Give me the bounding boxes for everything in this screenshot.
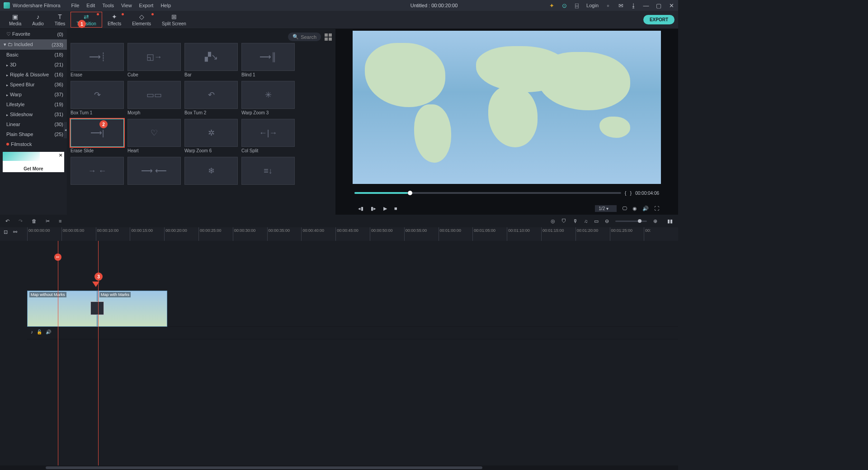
transition-item-14[interactable]: ⟶ ⟵ <box>127 157 181 185</box>
video-track[interactable]: ▣🔓👁 Map without Marks Map with Marks <box>27 291 678 327</box>
transition-warpzoom6[interactable]: ✲Warp Zoom 6 <box>184 119 238 153</box>
close-banner-icon[interactable]: ✕ <box>59 153 62 158</box>
sidebar-filmstock[interactable]: Filmstock <box>0 139 67 149</box>
play-back-icon[interactable]: ▮▸ <box>371 206 376 212</box>
transition-blind1[interactable]: ⟶║Blind 1 <box>241 43 295 77</box>
transition-heart[interactable]: ♡Heart <box>127 119 181 153</box>
monitor-icon[interactable]: 🖵 <box>622 206 627 211</box>
lock-audio-icon[interactable]: 🔓 <box>37 329 42 334</box>
download-icon[interactable]: ⭳ <box>630 2 637 9</box>
menu-edit[interactable]: Edit <box>86 3 95 8</box>
delete-icon[interactable]: 🗑 <box>32 218 37 224</box>
ripple-icon[interactable]: ⊡ <box>4 229 8 235</box>
bracket-close-icon[interactable]: } <box>630 190 632 196</box>
sidebar-speed-blur[interactable]: ▸Speed Blur(36) <box>0 80 67 89</box>
bracket-open-icon[interactable]: { <box>625 190 627 196</box>
transition-bar[interactable]: ▞↘Bar <box>184 43 238 77</box>
playhead[interactable]: ✂ <box>58 241 58 465</box>
maximize-icon[interactable]: ▢ <box>656 2 662 9</box>
frame-icon[interactable]: ▭ <box>594 218 599 224</box>
minimize-icon[interactable]: — <box>643 2 649 9</box>
sidebar-included[interactable]: ▾ 🗀 Included(233) <box>0 39 67 50</box>
sidebar-basic[interactable]: Basic(18) <box>0 50 67 60</box>
sidebar-plain-shape[interactable]: Plain Shape(25) <box>0 129 67 139</box>
sidebar-lifestyle[interactable]: Lifestyle(19) <box>0 99 67 109</box>
tab-audio[interactable]: ♪Audio <box>27 12 49 27</box>
transition-erase[interactable]: ⟶┊Erase <box>71 43 124 77</box>
clip-1[interactable]: Map without Marks <box>27 291 97 327</box>
gift-icon[interactable]: ⌸ <box>574 2 580 9</box>
transition-morph[interactable]: ▭▭Morph <box>127 81 181 115</box>
collapse-sidebar-icon[interactable]: ◂ <box>64 122 67 138</box>
timeline-ruler[interactable]: ⊡ ⚯ 00:00:00:0000:00:05:0000:00:10:0000:… <box>0 227 678 241</box>
transition-item-15[interactable]: ❄ <box>184 157 238 185</box>
bulb-icon[interactable]: ✦ <box>548 2 555 9</box>
get-more-banner[interactable]: Get More✕ <box>3 152 64 172</box>
shield-icon[interactable]: ⛉ <box>561 218 566 224</box>
zoom-in-icon[interactable]: ⊕ <box>653 218 657 224</box>
volume-icon[interactable]: 🔊 <box>642 206 649 212</box>
sidebar-ripple[interactable]: ▸Ripple & Dissolve(16) <box>0 70 67 80</box>
sidebar-3d[interactable]: ▸3D(21) <box>0 60 67 70</box>
fullscreen-icon[interactable]: ⛶ <box>654 206 659 211</box>
cut-icon[interactable]: ✂ <box>46 218 50 224</box>
zoom-select[interactable]: 1/2 ▾ <box>595 205 617 212</box>
transition-item-16[interactable]: ≡↓ <box>241 157 295 185</box>
tab-effects[interactable]: ✦Effects <box>102 12 127 27</box>
tab-transition[interactable]: ⇄Transition <box>71 12 102 28</box>
play-controls-row: ◂▮ ▮▸ ▶ ■ 1/2 ▾ 🖵 ◉ 🔊 ⛶ <box>353 202 661 215</box>
marker-icon[interactable]: ◎ <box>551 218 555 224</box>
tab-elements[interactable]: ◇Elements <box>127 12 156 27</box>
menu-export[interactable]: Export <box>139 3 154 8</box>
mail-icon[interactable]: ✉ <box>618 2 624 9</box>
snapshot-icon[interactable]: ◉ <box>632 206 637 212</box>
clip-2[interactable]: Map with Marks <box>97 291 167 327</box>
audio-track[interactable]: ♪🔓🔊 <box>27 327 678 339</box>
play-icon[interactable]: ▶ <box>383 206 387 212</box>
zoom-slider[interactable] <box>615 221 647 222</box>
mic-icon[interactable]: 🎙 <box>573 218 578 224</box>
grid-view-icon[interactable] <box>325 33 332 41</box>
headset-icon[interactable]: ⊙ <box>561 2 567 9</box>
search-input[interactable]: 🔍 Search <box>288 33 321 41</box>
menu-view[interactable]: View <box>121 3 132 8</box>
timeline-scrollbar[interactable] <box>0 465 678 470</box>
stop-icon[interactable]: ■ <box>394 206 397 212</box>
menu-help[interactable]: Help <box>160 3 171 8</box>
mute-icon[interactable]: 🔊 <box>46 329 51 334</box>
link-icon[interactable]: ⚯ <box>13 229 17 235</box>
tab-titles[interactable]: TTitles <box>49 12 71 27</box>
prev-frame-icon[interactable]: ◂▮ <box>358 206 363 212</box>
transition-boxturn1[interactable]: ↷Box Turn 1 <box>71 81 124 115</box>
main-area: ♡ Favorite(0) ▾ 🗀 Included(233) Basic(18… <box>0 29 678 215</box>
transition-erase-slide[interactable]: ⟶|Erase Slide <box>71 119 124 153</box>
sidebar-linear[interactable]: Linear(30) <box>0 119 67 129</box>
transition-marker[interactable] <box>90 301 104 315</box>
music-icon[interactable]: ♫ <box>584 218 588 224</box>
preview-video[interactable] <box>353 31 661 184</box>
login-link[interactable]: Login <box>586 3 599 8</box>
sidebar-favorite[interactable]: ♡ Favorite(0) <box>0 29 67 39</box>
playhead-scissors-icon[interactable]: ✂ <box>54 254 61 261</box>
settings-icon[interactable]: ≡ <box>59 218 61 224</box>
menu-file[interactable]: File <box>71 3 80 8</box>
tab-split-screen[interactable]: ⊞Split Screen <box>156 12 192 27</box>
save-icon[interactable]: ▫ <box>605 2 611 9</box>
transition-boxturn2[interactable]: ↶Box Turn 2 <box>184 81 238 115</box>
progress-bar[interactable] <box>354 192 621 194</box>
transition-item-13[interactable]: → ← <box>71 157 124 185</box>
undo-icon[interactable]: ↶ <box>5 218 9 224</box>
export-button[interactable]: EXPORT <box>643 15 675 24</box>
tab-media[interactable]: ▣Media <box>4 12 27 27</box>
transition-cube[interactable]: ◱→Cube <box>127 43 181 77</box>
menu-tools[interactable]: Tools <box>102 3 114 8</box>
toolbar: ▣Media ♪Audio TTitles ⇄Transition ✦Effec… <box>0 11 678 29</box>
redo-icon[interactable]: ↷ <box>19 218 23 224</box>
transition-colsplit[interactable]: ←|→Col Split <box>241 119 295 153</box>
sidebar-slideshow[interactable]: ▸Slideshow(31) <box>0 109 67 119</box>
zoom-out-icon[interactable]: ⊖ <box>605 218 609 224</box>
fit-icon[interactable]: ▮▮ <box>667 218 673 224</box>
transition-warpzoom3[interactable]: ✳Warp Zoom 3 <box>241 81 295 115</box>
close-icon[interactable]: ✕ <box>668 2 675 9</box>
sidebar-warp[interactable]: ▸Warp(37) <box>0 89 67 99</box>
